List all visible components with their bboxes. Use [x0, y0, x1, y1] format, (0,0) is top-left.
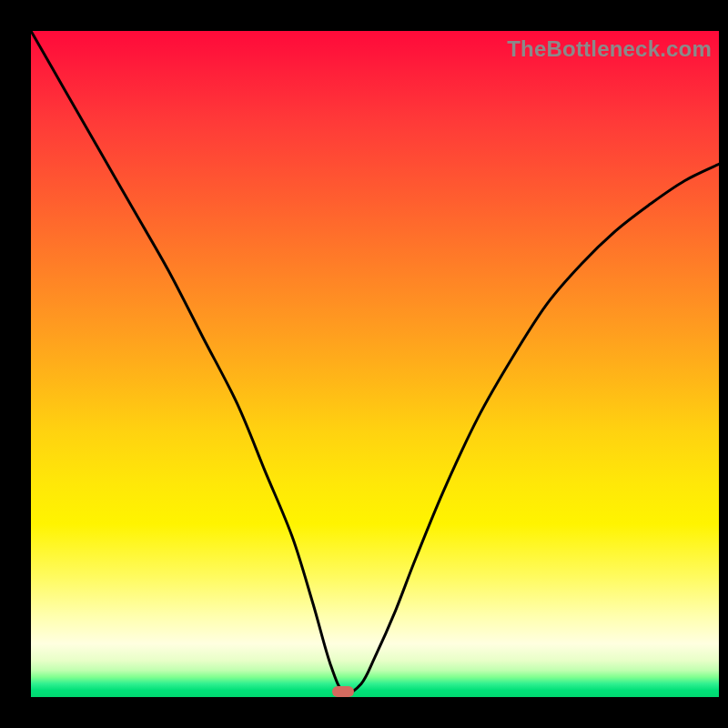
minimum-marker — [332, 686, 354, 697]
chart-frame: TheBottleneck.com — [0, 0, 728, 728]
plot-area: TheBottleneck.com — [31, 31, 719, 697]
bottleneck-curve — [31, 31, 719, 697]
